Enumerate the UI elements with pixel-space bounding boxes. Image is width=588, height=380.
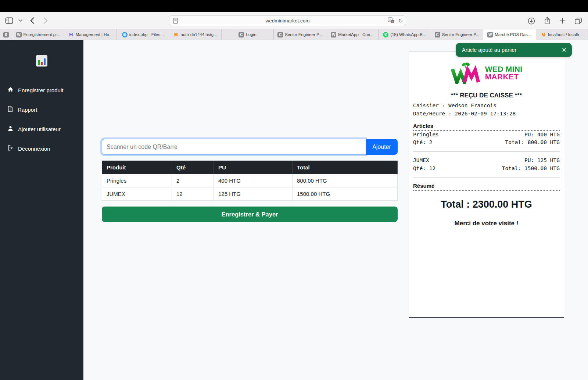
toast-notification: Article ajouté au panier ✕ xyxy=(456,43,572,57)
back-icon[interactable] xyxy=(30,17,35,24)
receipt-item-line2: Qté: 12Total: 1500.00 HTG xyxy=(413,165,560,173)
share-icon[interactable] xyxy=(544,17,551,25)
receipt-summary-label: Résumé xyxy=(413,183,560,191)
browser-tab[interactable]: WEnregistrement pr... xyxy=(12,29,64,40)
brand-line1: WED MINI xyxy=(485,65,523,73)
browser-tab[interactable]: Mlocalhost / localh... xyxy=(536,29,588,40)
filesfm-favicon xyxy=(122,32,128,37)
tab-label: localhost / localh... xyxy=(548,32,583,37)
table-cell: 12 xyxy=(172,187,214,201)
receipt-title: *** REÇU DE CAISSE *** xyxy=(413,92,560,99)
add-user-icon xyxy=(7,125,14,133)
tab-label: MarketApp - Con... xyxy=(338,32,374,37)
tab-label: Enregistrement pr... xyxy=(24,32,60,37)
receipt-item-line2: Qté: 2Total: 800.00 HTG xyxy=(413,139,560,147)
sidebar-toggle-icon[interactable] xyxy=(5,17,13,24)
sidebar-item-report[interactable]: Rapport xyxy=(0,103,83,116)
chevron-down-icon[interactable] xyxy=(18,19,22,22)
receipt-separator xyxy=(413,178,560,178)
report-icon xyxy=(7,106,13,113)
w-square-favicon: W xyxy=(16,32,22,37)
brand-line2: MARKET xyxy=(485,73,523,80)
receipt-cashier: Caissier : Wedson Francois xyxy=(413,102,560,110)
browser-tab[interactable]: WMarché POS Das... xyxy=(483,29,535,40)
sidebar-nav: Enregistrer produitRapportAjouter utilis… xyxy=(0,83,83,155)
table-row: Pringles2400 HTG800.00 HTG xyxy=(102,174,398,187)
browser-tab[interactable]: S xyxy=(0,29,12,40)
translate-icon[interactable]: Aa xyxy=(388,17,395,25)
table-header-qté: Qté xyxy=(172,161,214,174)
svg-text:A: A xyxy=(389,18,391,22)
browser-tab[interactable]: CLogin xyxy=(222,29,274,40)
table-cell: 125 HTG xyxy=(214,187,293,201)
receipt-articles-label: Articles xyxy=(413,123,560,131)
pma-favicon: M xyxy=(173,32,179,37)
table-cell: Pringles xyxy=(102,174,172,187)
reader-icon[interactable] xyxy=(173,18,178,25)
app-window: Enregistrer produitRapportAjouter utilis… xyxy=(0,40,588,380)
home-icon xyxy=(7,86,14,94)
browser-tab[interactable]: CSenior Engineer P... xyxy=(274,29,326,40)
receipt-thanks: Merci de votre visite ! xyxy=(413,220,560,227)
table-cell: 2 xyxy=(172,174,214,187)
pay-button[interactable]: Enregistrer & Payer xyxy=(102,207,398,222)
cart-table-body: Pringles2400 HTG800.00 HTGJUMEX12125 HTG… xyxy=(102,174,398,201)
receipt-item-total: Total: 1500.00 HTG xyxy=(502,165,560,173)
sidebar-item-add-user[interactable]: Ajouter utilisateur xyxy=(0,122,83,136)
address-url[interactable]: wedminimarket.com xyxy=(265,18,309,24)
new-tab-icon[interactable] xyxy=(559,18,566,24)
browser-tab[interactable]: index.php - Files... xyxy=(117,29,169,40)
tab-label: Login xyxy=(246,32,256,37)
browser-toolbar: wedminimarket.com Aa ↻ xyxy=(0,12,588,29)
browser-tab[interactable]: CSenior Engineer P... xyxy=(431,29,483,40)
tab-label: Senior Engineer P... xyxy=(285,32,322,37)
browser-tab[interactable]: WMarketApp - Con... xyxy=(326,29,379,40)
receipt-item-pu: PU: 125 HTG xyxy=(524,157,560,165)
whatsapp-favicon: ✆ xyxy=(383,32,388,37)
s-square-favicon: S xyxy=(3,32,9,37)
tab-label: Marché POS Das... xyxy=(495,32,531,37)
tabs-overview-icon[interactable] xyxy=(574,17,582,25)
address-bar[interactable]: wedminimarket.com Aa ↻ xyxy=(169,15,406,26)
sidebar-item-label: Déconnexion xyxy=(18,146,50,152)
receipt-items: PringlesPU: 400 HTGQté: 2Total: 800.00 H… xyxy=(413,131,560,178)
tab-label: Management | Ho... xyxy=(76,32,113,37)
tab-label: auth-db1444.hstg... xyxy=(181,32,217,37)
receipt-total: Total : 2300.00 HTG xyxy=(413,199,560,210)
tab-strip: SWEnregistrement pr...HManagement | Ho..… xyxy=(0,29,588,40)
c-square-favicon: C xyxy=(435,32,440,37)
add-button[interactable]: Ajouter xyxy=(366,139,398,155)
pos-panel: Ajouter ProduitQtéPUTotal Pringles2400 H… xyxy=(102,139,398,222)
receipt-item-qty: Qté: 12 xyxy=(413,165,435,173)
receipt-datetime: Date/Heure : 2026-02-09 17:13:28 xyxy=(413,110,560,118)
downloads-icon[interactable] xyxy=(528,17,535,25)
sidebar-item-logout[interactable]: Déconnexion xyxy=(0,142,83,155)
table-header-total: Total xyxy=(293,161,398,174)
receipt-item-name: JUMEX xyxy=(413,157,429,165)
receipt-separator xyxy=(413,151,560,152)
c-square-favicon: C xyxy=(277,32,283,37)
receipt-item-name: Pringles xyxy=(413,131,439,139)
browser-tab[interactable]: ✆(15) WhatsApp B... xyxy=(379,29,431,40)
tab-label: Senior Engineer P... xyxy=(442,32,479,37)
browser-tab[interactable]: HManagement | Ho... xyxy=(64,29,116,40)
bar-chart-logo-icon xyxy=(36,55,47,67)
svg-text:a: a xyxy=(392,20,394,23)
forward-icon[interactable] xyxy=(43,17,48,24)
cart-table-head: ProduitQtéPUTotal xyxy=(102,161,398,174)
table-cell: 800.00 HTG xyxy=(293,174,398,187)
browser-tab[interactable]: Mauth-db1444.hstg... xyxy=(169,29,221,40)
scan-input[interactable] xyxy=(102,139,366,155)
toast-message: Article ajouté au panier xyxy=(462,47,516,53)
receipt-item-total: Total: 800.00 HTG xyxy=(505,139,560,147)
logout-icon xyxy=(7,145,14,152)
sidebar-item-label: Rapport xyxy=(18,107,37,113)
receipt-item-pu: PU: 400 HTG xyxy=(524,131,560,139)
macos-menubar xyxy=(0,0,588,12)
receipt-item-line1: PringlesPU: 400 HTG xyxy=(413,131,560,139)
tab-label: (15) WhatsApp B... xyxy=(390,32,426,37)
table-cell: JUMEX xyxy=(102,187,172,201)
sidebar-item-home[interactable]: Enregistrer produit xyxy=(0,83,83,97)
close-icon[interactable]: ✕ xyxy=(562,47,567,53)
reload-icon[interactable]: ↻ xyxy=(398,18,403,24)
